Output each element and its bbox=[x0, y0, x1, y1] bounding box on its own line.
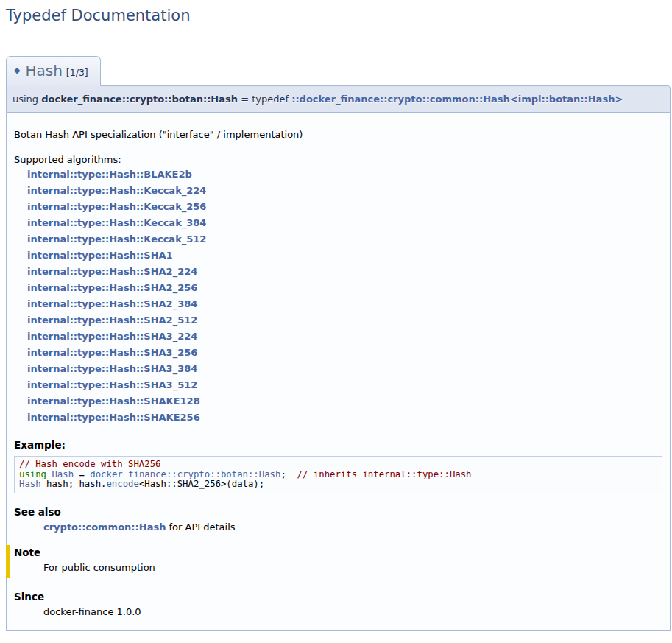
permalink-anchor-icon[interactable]: ◆ bbox=[14, 66, 20, 75]
section-title: Typedef Documentation bbox=[0, 0, 672, 29]
code-fragment: // Hash encode with SHA256 using Hash = … bbox=[14, 456, 662, 493]
code-line: using Hash = docker_finance::crypto::bot… bbox=[19, 470, 657, 480]
note-section: Note For public consumption bbox=[6, 545, 662, 578]
algorithms-label: Supported algorithms: bbox=[14, 154, 662, 165]
code-text: <Hash::SHA2_256>(data); bbox=[139, 479, 264, 489]
algorithm-link[interactable]: internal::type::Hash::Keccak_256 bbox=[27, 199, 662, 215]
algorithm-link[interactable]: internal::type::Hash::SHA2_224 bbox=[27, 264, 662, 280]
see-also-content: crypto::common::Hash for API details bbox=[43, 521, 662, 533]
algorithm-link[interactable]: internal::type::Hash::SHA3_384 bbox=[27, 361, 662, 377]
member-summary: Botan Hash API specialization ("interfac… bbox=[14, 129, 662, 140]
proto-template-args: <impl::botan::Hash> bbox=[510, 94, 623, 105]
see-also-section: See also crypto::common::Hash for API de… bbox=[14, 506, 662, 533]
code-text: = bbox=[74, 469, 90, 479]
member-name: Hash bbox=[25, 62, 62, 80]
code-line: // Hash encode with SHA256 bbox=[19, 460, 657, 470]
see-also-label: See also bbox=[14, 506, 662, 518]
see-also-link[interactable]: crypto::common::Hash bbox=[43, 521, 166, 533]
member-title-tab: ◆Hash[1/3] bbox=[6, 56, 101, 86]
see-also-suffix: for API details bbox=[166, 521, 235, 533]
note-text: For public consumption bbox=[43, 562, 662, 573]
algorithm-link[interactable]: internal::type::Hash::Keccak_384 bbox=[27, 215, 662, 231]
code-link[interactable]: encode bbox=[106, 479, 138, 489]
algorithm-link[interactable]: internal::type::Hash::SHAKE256 bbox=[27, 410, 662, 426]
code-comment: // Hash encode with SHA256 bbox=[19, 459, 161, 469]
proto-connector: = typedef bbox=[238, 94, 291, 105]
since-text: docker-finance 1.0.0 bbox=[43, 606, 662, 617]
algorithm-link[interactable]: internal::type::Hash::SHA2_384 bbox=[27, 296, 662, 312]
member-prototype: using docker_finance::crypto::botan::Has… bbox=[6, 85, 671, 113]
code-text: hash; hash. bbox=[41, 479, 107, 489]
code-text: ; bbox=[280, 469, 297, 479]
algorithm-link[interactable]: internal::type::Hash::SHA3_256 bbox=[27, 345, 662, 361]
proto-target-link[interactable]: ::docker_finance::crypto::common::Hash bbox=[291, 94, 510, 105]
code-line: Hash hash; hash.encode<Hash::SHA2_256>(d… bbox=[19, 479, 657, 490]
code-link[interactable]: Hash bbox=[52, 469, 74, 479]
member-item: ◆Hash[1/3] using docker_finance::crypto:… bbox=[6, 56, 671, 631]
algorithm-link[interactable]: internal::type::Hash::SHA3_224 bbox=[27, 328, 662, 345]
proto-typedef-name: docker_finance::crypto::botan::Hash bbox=[41, 94, 238, 105]
code-keyword: using bbox=[19, 469, 52, 479]
member-overload-index: [1/3] bbox=[66, 67, 88, 78]
example-label: Example: bbox=[14, 439, 662, 451]
algorithm-link[interactable]: internal::type::Hash::SHA2_512 bbox=[27, 312, 662, 328]
code-comment: // inherits internal::type::Hash bbox=[297, 469, 472, 479]
code-link[interactable]: Hash bbox=[19, 479, 41, 489]
algorithm-link[interactable]: internal::type::Hash::Keccak_224 bbox=[27, 183, 662, 199]
algorithm-link[interactable]: internal::type::Hash::SHA3_512 bbox=[27, 377, 662, 393]
note-label: Note bbox=[14, 547, 662, 558]
since-label: Since bbox=[14, 591, 662, 602]
algorithm-link[interactable]: internal::type::Hash::Keccak_512 bbox=[27, 231, 662, 247]
algorithm-link[interactable]: internal::type::Hash::BLAKE2b bbox=[27, 166, 662, 183]
code-link[interactable]: docker_finance::crypto::botan::Hash bbox=[90, 469, 280, 479]
algorithm-link[interactable]: internal::type::Hash::SHA1 bbox=[27, 247, 662, 264]
algorithm-link[interactable]: internal::type::Hash::SHA2_256 bbox=[27, 280, 662, 296]
proto-using-keyword: using bbox=[13, 94, 41, 105]
since-section: Since docker-finance 1.0.0 bbox=[14, 591, 662, 617]
algorithm-link[interactable]: internal::type::Hash::SHAKE128 bbox=[27, 393, 662, 410]
algorithms-list: internal::type::Hash::BLAKE2b internal::… bbox=[27, 166, 662, 426]
member-documentation: Botan Hash API specialization ("interfac… bbox=[6, 113, 671, 631]
